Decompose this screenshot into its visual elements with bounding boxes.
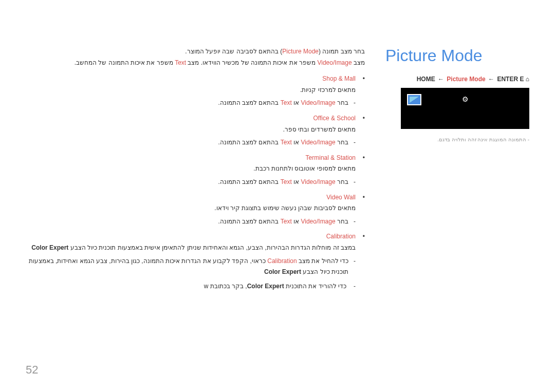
mode-shop-mall: Shop & Mall מתאים למרכזי קניות. בחר Vide…	[26, 73, 365, 109]
sub-item: בחר Video/Image או Text בהתאם למצב התמונ…	[26, 137, 356, 148]
cal-sub1: כדי להחיל את מצב Calibration כראוי, הקפד…	[26, 256, 356, 278]
cal-line1: במצב זה מוחלות הגדרות הבהירות, הצבע, הגמ…	[26, 242, 356, 254]
sub-item: בחר Video/Image או Text בהתאם למצב התמונ…	[26, 177, 356, 188]
breadcrumb-enter: ENTER E	[497, 76, 524, 83]
mode-video-wall: Video Wall מתאים לסביבות שבהן נעשה שימוש…	[26, 192, 365, 228]
modes-list: Shop & Mall מתאים למרכזי קניות. בחר Vide…	[26, 73, 365, 292]
breadcrumb-home: HOME	[417, 76, 435, 83]
intro-line2: מצב Video/Image משפר את איכות התמונה של …	[26, 58, 365, 69]
note-text: התמונה המוצגת אינה זהה ותלויה בדגם.	[437, 137, 526, 142]
sidebar: Picture Mode ⌂ HOME ← Picture Mode ← ENT…	[385, 46, 529, 296]
arrow-icon: ←	[488, 76, 494, 83]
arrow-icon: ←	[438, 76, 444, 83]
home-icon: ⌂	[526, 76, 529, 83]
page-title: Picture Mode	[385, 46, 529, 65]
cal-download: כדי להוריד את התוכנית Color Expert, בקר …	[26, 281, 356, 292]
mode-office-school: Office & School מתאים למשרדים ובתי ספר. …	[26, 113, 365, 148]
intro-text: בחר מצב תמונה (Picture Mode) בהתאם לסביב…	[26, 46, 365, 292]
settings-icon: ⚙	[462, 95, 469, 103]
mode-calibration: Calibration במצב זה מוחלות הגדרות הבהירו…	[26, 231, 365, 292]
breadcrumb-picture-mode: Picture Mode	[447, 76, 485, 83]
intro-line1: בחר מצב תמונה (Picture Mode) בהתאם לסביב…	[26, 46, 365, 58]
mode-terminal-station: Terminal & Station מתאים למסופי אוטובוס …	[26, 153, 365, 188]
breadcrumb: ⌂ HOME ← Picture Mode ← ENTER E	[385, 76, 529, 83]
picture-icon	[407, 94, 421, 105]
sub-item: בחר Video/Image או Text בהתאם למצב התמונ…	[26, 216, 356, 228]
hyphen: -	[528, 137, 529, 142]
page-number: 52	[26, 363, 38, 377]
sub-item: בחר Video/Image או Text בהתאם למצב התמונ…	[26, 98, 356, 109]
main-content: בחר מצב תמונה (Picture Mode) בהתאם לסביב…	[26, 46, 365, 296]
screen-preview: ⚙	[401, 88, 529, 129]
note: - התמונה המוצגת אינה זהה ותלויה בדגם.	[385, 137, 529, 142]
page-container: Picture Mode ⌂ HOME ← Picture Mode ← ENT…	[0, 0, 555, 311]
